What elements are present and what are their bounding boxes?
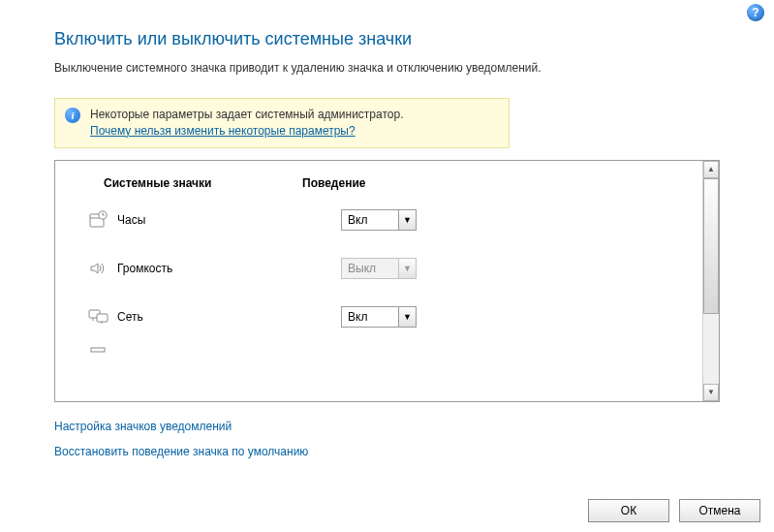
links-block: Настройка значков уведомлений Восстанови… [54, 420, 720, 458]
behavior-select-network[interactable]: Вкл ▼ [341, 306, 417, 328]
info-message: Некоторые параметры задает системный адм… [90, 108, 403, 121]
behavior-select-volume: Выкл ▼ [341, 258, 417, 279]
customize-link[interactable]: Настройка значков уведомлений [54, 420, 720, 433]
behavior-select-clock[interactable]: Вкл ▼ [341, 209, 417, 231]
info-icon: i [65, 108, 80, 123]
ok-button[interactable]: ОК [588, 499, 669, 522]
list-item-clock: Часы Вкл ▼ [55, 196, 702, 244]
list-item-label: Часы [104, 213, 341, 227]
admin-info-bar: i Некоторые параметры задает системный а… [54, 98, 510, 148]
restore-defaults-link[interactable]: Восстановить поведение значка по умолчан… [54, 445, 720, 458]
svg-rect-9 [91, 348, 105, 352]
scroll-track[interactable] [703, 178, 719, 384]
icons-list: Системные значки Поведение Часы [55, 161, 702, 401]
page-title: Включить или выключить системные значки [54, 29, 720, 49]
scroll-down-button[interactable]: ▼ [703, 384, 719, 401]
generic-icon [55, 347, 104, 353]
column-header-icons: Системные значки [55, 176, 302, 190]
volume-icon [55, 259, 104, 278]
info-link[interactable]: Почему нельзя изменить некоторые парамет… [90, 124, 356, 138]
page-subtitle: Выключение системного значка приводит к … [54, 61, 720, 75]
list-item-label: Сеть [104, 310, 341, 324]
scroll-up-button[interactable]: ▲ [703, 161, 719, 178]
list-header: Системные значки Поведение [55, 161, 702, 196]
clock-icon [55, 210, 104, 230]
select-value: Вкл [342, 210, 398, 230]
chevron-down-icon: ▼ [398, 307, 416, 327]
footer-buttons: ОК Отмена [588, 499, 760, 522]
list-item-partial [55, 341, 702, 353]
select-value: Выкл [342, 259, 398, 278]
icons-list-frame: Системные значки Поведение Часы [54, 160, 720, 402]
scroll-thumb[interactable] [703, 178, 719, 314]
main-panel: Включить или выключить системные значки … [0, 0, 774, 458]
list-item-network: Сеть Вкл ▼ [55, 293, 702, 341]
help-icon[interactable]: ? [747, 4, 764, 21]
info-text-block: Некоторые параметры задает системный адм… [90, 107, 403, 140]
network-icon [55, 308, 104, 326]
chevron-down-icon: ▼ [398, 259, 416, 278]
list-item-volume: Громкость Выкл ▼ [55, 244, 702, 293]
scrollbar[interactable]: ▲ ▼ [702, 161, 720, 401]
cancel-button[interactable]: Отмена [679, 499, 760, 522]
chevron-down-icon: ▼ [398, 210, 416, 230]
column-header-behavior: Поведение [302, 176, 702, 190]
select-value: Вкл [342, 307, 398, 327]
list-item-label: Громкость [104, 262, 341, 275]
